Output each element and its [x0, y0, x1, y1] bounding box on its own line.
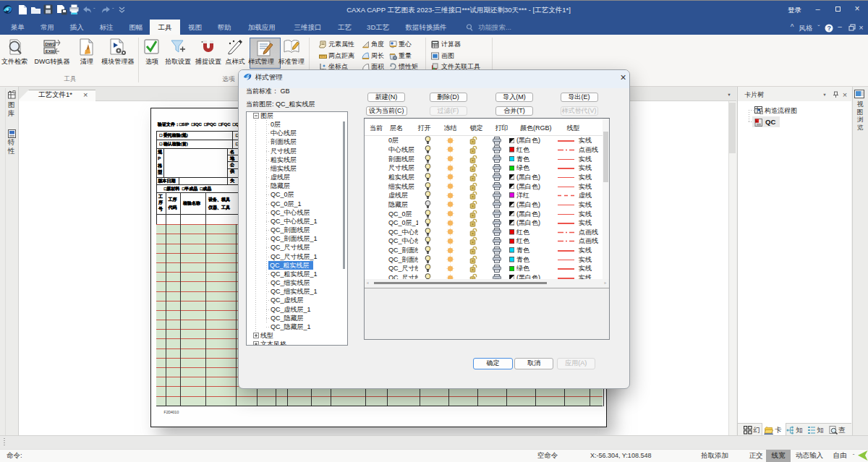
- svg-text:?: ?: [827, 25, 831, 32]
- svg-text:DWG: DWG: [45, 42, 56, 46]
- svg-text:EXB: EXB: [46, 49, 55, 54]
